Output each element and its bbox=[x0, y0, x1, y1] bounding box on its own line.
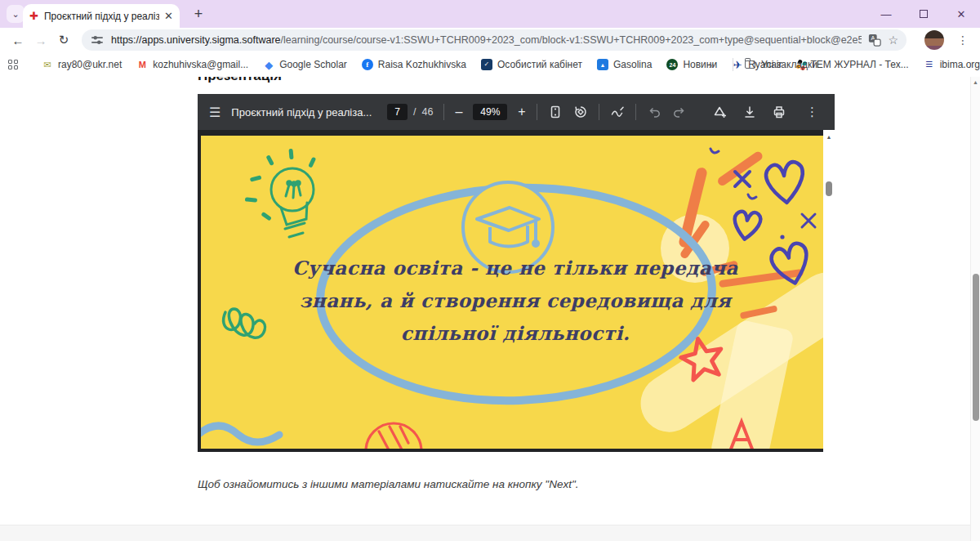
mail-icon: ✉ bbox=[42, 59, 53, 70]
url-host: https://apps.university.sigma.software bbox=[111, 34, 281, 46]
pdf-redo-icon[interactable] bbox=[672, 105, 687, 119]
page-scrollbar[interactable]: ▲ bbox=[970, 77, 980, 541]
url-text[interactable]: https://apps.university.sigma.software/l… bbox=[111, 34, 862, 46]
browser-menu-icon[interactable]: ⋮ bbox=[952, 34, 973, 47]
tab-strip: ⌄ ✚ Проєктний підхід у реалізації ✕ + — … bbox=[0, 0, 980, 28]
pdf-rotate-icon[interactable] bbox=[573, 105, 588, 119]
wave-doodle bbox=[201, 426, 279, 442]
translate-icon[interactable]: A bbox=[868, 34, 881, 47]
divider bbox=[635, 104, 636, 120]
gmail-icon: M bbox=[136, 59, 148, 70]
browser-window: ⌄ ✚ Проєктний підхід у реалізації ✕ + — … bbox=[0, 0, 980, 541]
folder-icon bbox=[745, 60, 755, 69]
pdf-zoom-level[interactable]: 49% bbox=[473, 104, 507, 120]
slide-quote: Сучасна освіта - це не тільки передача з… bbox=[258, 252, 773, 350]
divider bbox=[443, 104, 444, 120]
slide-page-7: Сучасна освіта - це не тільки передача з… bbox=[201, 136, 823, 449]
new-tab-button[interactable]: + bbox=[188, 2, 209, 25]
pdf-doc-title: Проєктний підхід у реаліза... bbox=[231, 106, 372, 118]
profile-avatar[interactable] bbox=[924, 30, 944, 50]
bookmark-ibima[interactable]: ☰ ibima.org bbox=[924, 59, 980, 70]
close-button[interactable]: ✕ bbox=[942, 0, 980, 28]
download-icon[interactable] bbox=[742, 105, 757, 119]
flame-icon: ▲ bbox=[597, 59, 608, 70]
maximize-button[interactable] bbox=[905, 0, 942, 28]
bookmark-facebook[interactable]: f Raisa Kozhukhivska bbox=[362, 59, 466, 70]
divider bbox=[733, 58, 733, 71]
pdf-annotate-icon[interactable] bbox=[610, 105, 625, 119]
site-info-icon[interactable] bbox=[90, 33, 105, 47]
pdf-menu-icon[interactable]: ☰ bbox=[209, 105, 220, 120]
bookmark-google-scholar[interactable]: ◆ Google Scholar bbox=[263, 59, 347, 70]
tab-close-icon[interactable]: ✕ bbox=[164, 10, 173, 22]
pdf-scrollbar[interactable]: ▲ bbox=[823, 130, 835, 452]
back-button[interactable]: ← bbox=[7, 34, 29, 47]
scholar-icon: ◆ bbox=[263, 59, 274, 70]
cabinet-icon: ✓ bbox=[481, 59, 492, 70]
page-content: Презентація ☰ Проєктний підхід у реаліза… bbox=[0, 77, 970, 541]
tab-favicon-icon: ✚ bbox=[29, 11, 38, 21]
bookmark-star-icon[interactable]: ☆ bbox=[888, 34, 898, 47]
save-to-drive-icon[interactable] bbox=[713, 105, 728, 119]
divider bbox=[599, 104, 599, 120]
bookmark-ray80[interactable]: ✉ ray80@ukr.net bbox=[42, 59, 122, 70]
pdf-more-options-icon[interactable]: ⋮ bbox=[801, 105, 823, 119]
slide-quote-line: спільної діяльності. bbox=[258, 317, 773, 350]
tab-search-button[interactable]: ⌄ bbox=[7, 5, 24, 23]
footer-strip bbox=[0, 525, 970, 541]
instruction-text: Щоб ознайомитись з іншими матеріалами на… bbox=[198, 478, 578, 490]
clipped-section-heading: Презентація bbox=[198, 77, 459, 84]
address-toolbar: ← → ↻ https://apps.university.sigma.soft… bbox=[0, 28, 980, 52]
ryanair-icon: ✈ bbox=[732, 59, 743, 70]
url-path: /learning/course/course-v1:SSWU+TCHR009+… bbox=[281, 34, 862, 46]
reload-button[interactable]: ↻ bbox=[52, 33, 75, 47]
pdf-undo-icon[interactable] bbox=[647, 105, 662, 119]
pdf-page-divider: / bbox=[413, 106, 416, 118]
window-controls: — ✕ bbox=[867, 0, 980, 28]
minimize-button[interactable]: — bbox=[867, 0, 905, 28]
lightbulb-icon bbox=[271, 168, 314, 237]
pdf-toolbar: ☰ Проєктний підхід у реаліза... 7 / 46 –… bbox=[198, 94, 835, 130]
bookmark-gmail[interactable]: M kozhuhivska@gmail... bbox=[136, 59, 248, 70]
bookmark-cabinet[interactable]: ✓ Особистий кабінет bbox=[481, 59, 582, 70]
hatched-circle-doodle bbox=[366, 423, 421, 449]
pdf-zoom-out-button[interactable]: – bbox=[455, 105, 462, 118]
slide-quote-line: Сучасна освіта - це не тільки передача bbox=[258, 252, 773, 284]
scroll-thumb[interactable] bbox=[973, 274, 979, 421]
pdf-right-tools: ⋮ bbox=[713, 105, 823, 119]
pdf-page-input[interactable]: 7 bbox=[387, 104, 408, 120]
facebook-icon: f bbox=[362, 59, 373, 70]
bookmark-gasolina[interactable]: ▲ Gasolina bbox=[597, 59, 652, 70]
news-24-icon: 24 bbox=[666, 59, 678, 70]
scroll-up-icon[interactable]: ▲ bbox=[971, 79, 980, 85]
pdf-page-area: Сучасна освіта - це не тільки передача з… bbox=[198, 130, 835, 452]
all-bookmarks-button[interactable]: Усі закладки bbox=[745, 59, 817, 70]
pdf-zoom-in-button[interactable]: + bbox=[518, 105, 525, 118]
pdf-scroll-thumb[interactable] bbox=[826, 181, 832, 196]
pdf-page-total: 46 bbox=[421, 106, 433, 118]
more-bookmarks-chevron[interactable]: » bbox=[709, 59, 715, 71]
apps-grid-icon[interactable] bbox=[8, 60, 18, 69]
pdf-viewer: ☰ Проєктний підхід у реаліза... 7 / 46 –… bbox=[198, 94, 835, 452]
slide-quote-line: знань, а й створення середовища для bbox=[258, 284, 773, 317]
active-tab[interactable]: ✚ Проєктний підхід у реалізації ✕ bbox=[23, 4, 180, 28]
print-icon[interactable] bbox=[772, 105, 786, 119]
forward-button[interactable]: → bbox=[29, 34, 52, 47]
dashes-icon: ☰ bbox=[924, 59, 935, 70]
pdf-scroll-up-icon[interactable]: ▲ bbox=[823, 134, 835, 140]
tab-title: Проєктний підхід у реалізації bbox=[44, 11, 159, 22]
pdf-fit-page-icon[interactable] bbox=[548, 105, 563, 119]
address-bar[interactable]: https://apps.university.sigma.software/l… bbox=[82, 29, 906, 51]
divider bbox=[537, 104, 537, 120]
bookmarks-bar: ✉ ray80@ukr.net M kozhuhivska@gmail... ◆… bbox=[0, 52, 980, 77]
